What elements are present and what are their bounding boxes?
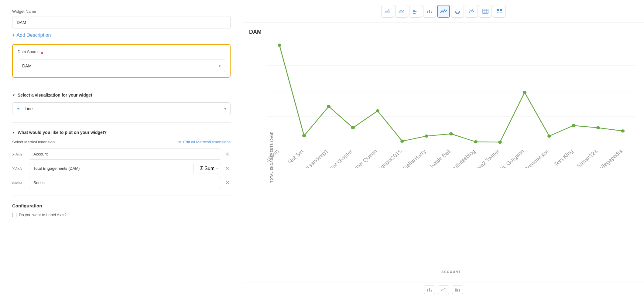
svg-text:Kettle Bell: Kettle Bell	[429, 148, 452, 168]
svg-point-53	[621, 129, 625, 133]
svg-point-49	[523, 91, 526, 94]
label-axis-row: Do you want to Label Axis?	[12, 213, 231, 217]
svg-rect-73	[457, 289, 458, 292]
plot-section: ▼ What would you like to plot on your wi…	[12, 130, 231, 188]
svg-point-47	[474, 140, 478, 144]
column-chart-button[interactable]	[423, 5, 436, 18]
widget-name-label: Widget Name	[12, 9, 231, 14]
left-panel: Widget Name + Add Description Data Sourc…	[0, 0, 243, 297]
data-source-select[interactable]: DAM	[18, 60, 225, 72]
svg-point-16	[469, 12, 470, 13]
data-source-label: Data Source	[18, 50, 39, 54]
divider-2	[12, 122, 231, 123]
svg-rect-6	[429, 10, 430, 13]
aggregation-select[interactable]: Σ Sum ▾	[197, 164, 221, 173]
svg-point-19	[473, 11, 474, 12]
visualization-header[interactable]: ▼ Select a visualization for your widget	[12, 93, 231, 97]
bottom-thumbnails	[243, 282, 644, 297]
chart-inner: 0 250 500 750 1K	[267, 40, 635, 245]
svg-point-14	[456, 10, 459, 12]
widget-name-input[interactable]	[12, 16, 231, 29]
y-axis-clear-button[interactable]: ✕	[224, 165, 231, 172]
chart-container: TOTAL ENGAGEMENTS (DAM) 0 250 500 750 1K	[249, 40, 635, 274]
svg-point-8	[440, 12, 441, 13]
x-axis-input[interactable]	[29, 148, 221, 160]
svg-rect-20	[483, 9, 488, 13]
svg-text:sprsandeep1: sprsandeep1	[301, 148, 330, 168]
visualization-select-wrapper: ✦ Line	[12, 102, 231, 115]
right-panel: DAM TOTAL ENGAGEMENTS (DAM) 0 250 500 75…	[243, 0, 644, 297]
svg-point-40	[302, 134, 306, 138]
line-chart-button[interactable]	[437, 5, 450, 18]
widget-name-section: Widget Name	[12, 9, 231, 29]
x-axis-label: X-Axis	[12, 152, 26, 156]
svg-point-18	[472, 9, 473, 11]
chart-title: DAM	[249, 29, 635, 35]
metric-dimension-header: Select Metric/Dimension ✏ Edit all Metri…	[12, 140, 231, 144]
svg-rect-25	[497, 9, 499, 11]
svg-rect-2	[413, 10, 415, 11]
svg-text:Siman123: Siman123	[576, 148, 599, 168]
plus-icon: +	[12, 32, 15, 38]
svg-point-11	[444, 9, 445, 11]
svg-point-44	[400, 140, 404, 143]
x-axis-row: X-Axis ✕	[12, 148, 231, 160]
funnel-chart-button[interactable]	[493, 5, 506, 18]
label-axis-checkbox[interactable]	[12, 213, 16, 217]
svg-point-41	[327, 105, 331, 108]
configuration-section: Configuration Do you want to Label Axis?	[12, 203, 231, 217]
svg-point-9	[441, 10, 443, 12]
thumb-bar-button[interactable]	[424, 285, 435, 294]
series-clear-button[interactable]: ✕	[224, 179, 231, 186]
area-chart-button[interactable]	[381, 5, 394, 18]
agg-chevron-icon: ▾	[216, 167, 218, 170]
label-axis-label: Do you want to Label Axis?	[19, 213, 67, 217]
series-input[interactable]	[29, 177, 221, 188]
metric-dimension-label: Select Metric/Dimension	[12, 140, 55, 144]
series-row: Series ✕	[12, 177, 231, 188]
edit-metrics-button[interactable]: ✏ Edit all Metrics/Dimensions	[178, 140, 231, 144]
plot-label: What would you like to plot on your widg…	[18, 130, 107, 135]
x-axis-chart-label: ACCOUNT	[267, 270, 635, 274]
svg-rect-4	[413, 13, 416, 14]
svg-rect-71	[431, 290, 432, 292]
svg-rect-69	[427, 289, 428, 292]
svg-point-52	[596, 126, 600, 130]
collapse-arrow-icon: ▼	[12, 94, 15, 97]
svg-point-17	[471, 10, 472, 12]
svg-point-51	[572, 124, 575, 127]
x-axis-clear-button[interactable]: ✕	[224, 151, 231, 158]
plot-header[interactable]: ▼ What would you like to plot on your wi…	[12, 130, 231, 135]
line-chart-svg: 0 250 500 750 1K	[267, 40, 635, 168]
add-description-button[interactable]: + Add Description	[12, 32, 51, 38]
sum-label: Σ Sum	[200, 166, 214, 171]
data-source-section: Data Source DAM	[12, 44, 231, 78]
svg-rect-27	[497, 12, 499, 13]
svg-text:DreamMalar: DreamMalar	[523, 148, 550, 168]
series-label: Series	[12, 181, 26, 185]
scatter-chart-button[interactable]	[465, 5, 478, 18]
y-axis-input[interactable]	[29, 163, 194, 174]
svg-rect-5	[427, 11, 428, 13]
visualization-select[interactable]: Line	[12, 102, 231, 115]
thumb-area-button[interactable]	[438, 285, 449, 294]
svg-rect-28	[500, 12, 502, 13]
svg-point-12	[445, 11, 446, 12]
svg-point-45	[425, 135, 428, 138]
configuration-title: Configuration	[12, 203, 231, 208]
svg-point-39	[278, 44, 281, 47]
svg-text:Rss King: Rss King	[553, 148, 574, 167]
svg-text:PBot(pbot): PBot(pbot)	[267, 148, 280, 168]
donut-chart-button[interactable]	[451, 5, 464, 18]
mountain-chart-button[interactable]	[395, 5, 408, 18]
svg-rect-74	[459, 289, 460, 292]
bar-chart-button[interactable]	[409, 5, 422, 18]
thumb-column-button[interactable]	[452, 285, 463, 294]
svg-rect-70	[429, 288, 430, 292]
collapse-arrow-2-icon: ▼	[12, 131, 15, 134]
visualization-label: Select a visualization for your widget	[18, 93, 92, 97]
table-chart-button[interactable]	[479, 5, 492, 18]
svg-point-50	[547, 135, 551, 138]
svg-text:Not Set: Not Set	[286, 148, 305, 165]
chart-toolbar	[243, 0, 644, 23]
